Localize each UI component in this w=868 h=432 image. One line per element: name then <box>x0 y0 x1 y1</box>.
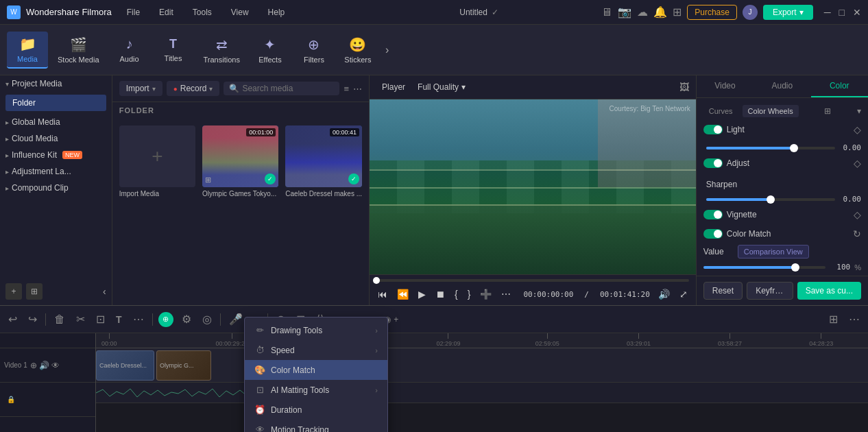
tab-color[interactable]: Color <box>811 75 868 97</box>
color-match-refresh-button[interactable]: ↻ <box>853 228 861 239</box>
purchase-button[interactable]: Purchase <box>687 5 737 20</box>
menu-view[interactable]: View <box>227 5 253 20</box>
minimize-button[interactable]: ─ <box>824 7 831 18</box>
ctx-color-match[interactable]: 🎨 Color Match <box>245 360 387 380</box>
progress-bar[interactable] <box>376 279 689 282</box>
tl-mark-button[interactable]: ◎ <box>200 311 215 327</box>
tab-audio[interactable]: Audio <box>754 75 810 97</box>
color-match-switch[interactable] <box>703 229 723 239</box>
tool-audio[interactable]: ♪ Audio <box>109 32 150 67</box>
tl-audio-btn[interactable]: 🎤 <box>226 311 245 327</box>
olympic-video-thumb[interactable]: 00:01:00 ⊞ ✓ <box>202 125 278 187</box>
color-wheels-button[interactable]: Color Wheels <box>743 105 799 117</box>
add-to-timeline-button[interactable]: ➕ <box>479 287 493 301</box>
stop-button[interactable]: ⏹ <box>434 287 446 301</box>
menu-help[interactable]: Help <box>264 5 289 20</box>
tl-more-btn[interactable]: ⋯ <box>846 311 863 327</box>
cut-button[interactable]: ✂ <box>73 311 88 327</box>
more-options-icon[interactable]: ⋯ <box>353 84 362 94</box>
sidebar-item-project-media[interactable]: ▾ Project Media <box>0 75 112 92</box>
light-slider[interactable] <box>706 147 835 149</box>
add-compound-clip-button[interactable]: ⊞ <box>26 283 43 300</box>
undo-button[interactable]: ↩ <box>5 311 20 327</box>
ctx-duration[interactable]: ⏰ Duration <box>245 400 387 420</box>
tl-grid-btn[interactable]: ⊞ <box>826 311 841 327</box>
mark-in-button[interactable]: { <box>453 287 459 301</box>
tab-video[interactable]: Video <box>697 75 754 97</box>
crop-button[interactable]: ⊡ <box>93 311 108 327</box>
reset-button[interactable]: Reset <box>703 282 743 300</box>
vignette-toggle[interactable]: Vignette <box>703 210 758 219</box>
light-switch[interactable] <box>703 125 723 134</box>
list-item[interactable]: 00:01:00 ⊞ ✓ Olympic Games Tokyo... <box>202 125 278 197</box>
color-expand-button[interactable]: ⊞ <box>824 106 831 116</box>
vignette-reset-button[interactable]: ◇ <box>854 209 861 220</box>
tool-titles[interactable]: T Titles <box>153 33 194 67</box>
close-button[interactable]: ✕ <box>853 7 861 18</box>
ctx-drawing-tools[interactable]: ✏ Drawing Tools › <box>245 320 387 340</box>
save-custom-button[interactable]: Save as cu... <box>797 282 861 300</box>
redo-button[interactable]: ↪ <box>25 311 40 327</box>
list-item[interactable]: 00:00:41 ✓ Caeleb Dressel makes ... <box>285 125 362 197</box>
value-slider[interactable] <box>703 266 825 269</box>
ctx-ai-matting[interactable]: ⊡ AI Matting Tools › <box>245 380 387 400</box>
menu-tools[interactable]: Tools <box>189 5 216 20</box>
text-button[interactable]: T <box>113 313 125 326</box>
add-folder-button[interactable]: + <box>5 283 22 300</box>
list-item[interactable]: + Import Media <box>119 125 195 197</box>
table-row[interactable]: Olympic G... <box>156 350 211 381</box>
track-eye-icon[interactable]: 👁 <box>51 361 60 370</box>
snapshot-button[interactable]: 🖼 <box>679 82 689 93</box>
tool-stock-media[interactable]: 🎬 Stock Media <box>51 32 106 68</box>
track-add-icon[interactable]: ⊕ <box>30 361 37 370</box>
keyframe-button[interactable]: Keyframe P... <box>747 282 793 300</box>
tool-transitions[interactable]: ⇄ Transitions <box>197 32 247 68</box>
sidebar-item-adjustment-layer[interactable]: ▸ Adjustment La... <box>0 163 112 180</box>
sidebar-item-compound-clip[interactable]: ▸ Compound Clip <box>0 180 112 196</box>
more-tl-button[interactable]: ⋯ <box>130 311 147 327</box>
menu-edit[interactable]: Edit <box>155 5 178 20</box>
ctx-speed[interactable]: ⏱ Speed › <box>245 340 387 360</box>
player-tab[interactable]: Player <box>376 80 411 95</box>
import-media-thumb[interactable]: + <box>119 125 195 187</box>
volume-button[interactable]: 🔊 <box>657 287 671 301</box>
fullscreen-button[interactable]: ⤢ <box>678 287 689 301</box>
play-button[interactable]: ▶ <box>417 287 427 301</box>
skip-back-button[interactable]: ⏮ <box>376 287 389 301</box>
menu-file[interactable]: File <box>123 5 144 20</box>
ctx-motion-tracking[interactable]: 👁 Motion Tracking <box>245 420 387 432</box>
light-toggle[interactable]: Light <box>703 125 758 134</box>
frame-back-button[interactable]: ⏪ <box>396 287 410 301</box>
color-more-button[interactable]: ▾ <box>857 106 861 116</box>
light-reset-button[interactable]: ◇ <box>854 124 861 135</box>
color-match-toggle[interactable]: Color Match <box>703 229 771 239</box>
tl-mode-button[interactable]: ⊕ <box>158 312 173 327</box>
tool-media[interactable]: 📁 Media <box>7 32 48 69</box>
mark-out-button[interactable]: } <box>466 287 472 301</box>
tl-settings-button[interactable]: ⚙ <box>179 311 194 327</box>
maximize-button[interactable]: □ <box>839 7 845 18</box>
folder-item[interactable]: Folder <box>5 95 106 111</box>
comparison-view-button[interactable]: Comparison View <box>738 245 809 259</box>
record-button[interactable]: ● Record ▾ <box>167 81 220 96</box>
tab-curves[interactable]: Curves <box>703 105 738 117</box>
toolbar-more-button[interactable]: › <box>381 41 393 59</box>
table-row[interactable]: Caeleb Dressel... <box>96 350 154 381</box>
adjust-toggle[interactable]: Adjust <box>703 158 758 168</box>
delete-button[interactable]: 🗑 <box>51 312 68 327</box>
timeline-right[interactable]: 00:00 00:00:29:25 00:00:59:21 02:29 <box>96 333 868 432</box>
tool-effects[interactable]: ✦ Effects <box>250 32 291 68</box>
search-input[interactable] <box>242 84 334 93</box>
import-button[interactable]: Import ▾ <box>119 81 162 96</box>
progress-thumb[interactable] <box>373 277 380 284</box>
adjust-switch[interactable] <box>703 158 723 168</box>
collapse-panel-button[interactable]: ‹ <box>103 286 106 297</box>
ripple-button[interactable]: ⋯ <box>500 287 512 301</box>
sharpen-slider[interactable] <box>706 198 835 201</box>
sidebar-item-global-media[interactable]: ▸ Global Media <box>0 114 112 130</box>
vignette-switch[interactable] <box>703 210 723 219</box>
tool-stickers[interactable]: 😀 Stickers <box>337 32 378 68</box>
caeleb-video-thumb[interactable]: 00:00:41 ✓ <box>285 125 362 187</box>
track-mute-icon[interactable]: 🔊 <box>39 361 49 370</box>
export-button[interactable]: Export ▾ <box>763 5 813 20</box>
